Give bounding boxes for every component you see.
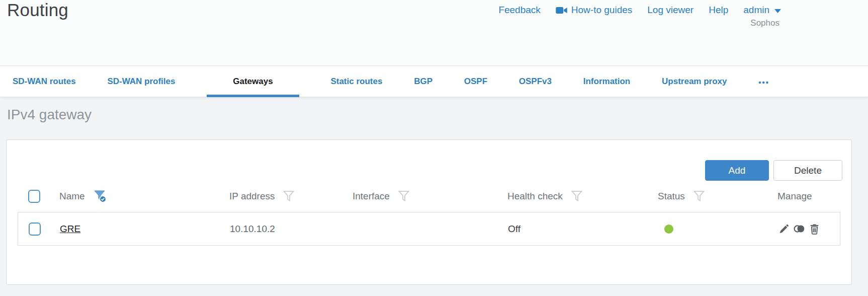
column-interface-label: Interface <box>353 191 390 202</box>
how-to-guides-label: How-to guides <box>571 5 632 16</box>
interface-value <box>346 212 501 245</box>
ip-address-value: 10.10.10.2 <box>223 212 346 245</box>
row-checkbox[interactable] <box>29 223 41 236</box>
tab-upstream-proxy[interactable]: Upstream proxy <box>662 66 727 97</box>
column-status-label: Status <box>658 191 685 202</box>
row-select-cell <box>18 212 53 245</box>
filter-icon[interactable] <box>398 190 410 202</box>
column-ip-address-label: IP address <box>229 191 275 202</box>
tab-bgp[interactable]: BGP <box>414 66 432 97</box>
filter-icon[interactable] <box>693 190 705 202</box>
filter-icon[interactable] <box>571 190 583 202</box>
edit-icon[interactable] <box>778 223 790 235</box>
status-cell <box>652 212 771 245</box>
column-manage: Manage <box>771 180 840 212</box>
table-header: Name IP address Interface <box>18 180 840 212</box>
column-status: Status <box>651 180 771 212</box>
clone-icon[interactable] <box>793 223 805 235</box>
tab-information[interactable]: Information <box>583 66 631 97</box>
filter-icon[interactable] <box>283 190 295 202</box>
gateway-name-link[interactable]: GRE <box>60 224 80 235</box>
column-health-check-label: Health check <box>507 191 563 202</box>
column-name-label: Name <box>59 191 85 202</box>
tab-sd-wan-routes[interactable]: SD-WAN routes <box>13 66 76 97</box>
ipv4-gateway-panel: Add Delete Name IP address <box>6 139 852 285</box>
tab-bar: SD-WAN routes SD-WAN profiles Gateways S… <box>0 65 868 97</box>
table-row: GRE 10.10.10.2 Off <box>18 212 840 246</box>
tab-ospf[interactable]: OSPF <box>464 66 487 97</box>
health-check-value: Off <box>501 212 652 245</box>
column-ip-address: IP address <box>223 180 346 212</box>
feedback-link[interactable]: Feedback <box>498 5 540 16</box>
tab-sd-wan-profiles[interactable]: SD-WAN profiles <box>107 66 175 97</box>
name-cell: GRE <box>53 212 223 245</box>
page-title: Routing <box>7 0 68 20</box>
video-camera-icon <box>556 7 567 14</box>
delete-icon[interactable] <box>809 223 820 235</box>
status-up-indicator <box>664 225 673 234</box>
how-to-guides-link[interactable]: How-to guides <box>556 5 632 16</box>
header-links: Feedback How-to guides Log viewer Help a… <box>498 5 781 16</box>
brand-label: Sophos <box>750 18 779 28</box>
tab-ospfv3[interactable]: OSPFv3 <box>519 66 552 97</box>
caret-down-icon <box>774 9 781 13</box>
section-title: IPv4 gateway <box>7 107 92 123</box>
top-header: Routing Feedback How-to guides Log viewe… <box>0 0 868 65</box>
admin-label: admin <box>743 5 769 16</box>
tabs-overflow-button[interactable]: ••• <box>758 66 769 97</box>
tab-gateways[interactable]: Gateways <box>207 66 299 97</box>
manage-cell <box>771 212 840 245</box>
column-name: Name <box>53 180 223 212</box>
add-button[interactable]: Add <box>705 160 769 181</box>
routing-page: Routing Feedback How-to guides Log viewe… <box>0 0 868 296</box>
column-health-check: Health check <box>501 180 651 212</box>
help-link[interactable]: Help <box>709 5 728 16</box>
admin-menu[interactable]: admin <box>743 5 781 16</box>
tab-static-routes[interactable]: Static routes <box>330 66 382 97</box>
column-interface: Interface <box>346 180 501 212</box>
delete-button[interactable]: Delete <box>773 160 842 181</box>
log-viewer-link[interactable]: Log viewer <box>647 5 693 16</box>
filter-active-icon[interactable] <box>93 190 107 203</box>
column-manage-label: Manage <box>777 191 812 202</box>
select-all-checkbox[interactable] <box>28 190 40 203</box>
select-all-cell <box>18 180 53 212</box>
